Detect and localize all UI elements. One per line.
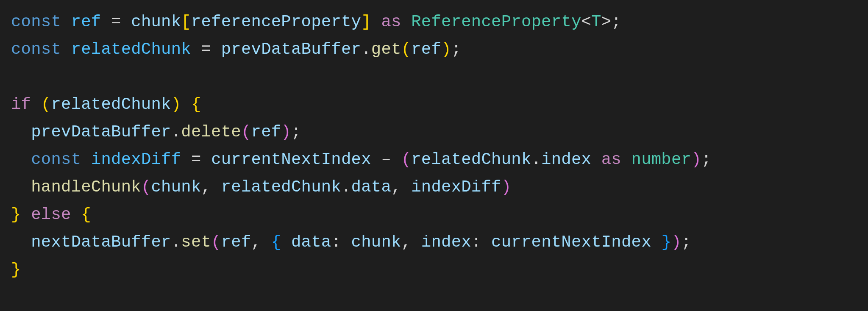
code-token	[401, 13, 412, 31]
code-token: .	[531, 150, 541, 169]
code-token: )	[501, 178, 512, 197]
code-token	[31, 95, 41, 114]
code-token: chunk	[351, 233, 401, 252]
code-token: if	[11, 95, 31, 114]
code-token: ;	[682, 233, 692, 252]
code-line[interactable]: const ref = chunk[referenceProperty] as …	[11, 8, 868, 36]
code-token: nextDataBuffer	[31, 233, 171, 252]
code-token: data	[291, 233, 331, 252]
code-token: )	[441, 40, 451, 59]
code-token: :	[331, 233, 341, 252]
code-token: ref	[221, 233, 251, 252]
code-token	[621, 150, 632, 169]
code-token: as	[601, 150, 621, 169]
code-line[interactable]: const relatedChunk = prevDataBuffer.get(…	[11, 36, 868, 64]
code-token: ref	[251, 123, 281, 142]
code-token: .	[361, 40, 371, 59]
code-token: indexDiff	[91, 150, 181, 169]
code-token	[21, 205, 31, 224]
code-token: <	[581, 13, 592, 31]
code-token	[481, 233, 492, 252]
code-token	[281, 233, 291, 252]
code-token: handleChunk	[31, 178, 141, 197]
code-token: {	[271, 233, 281, 252]
code-token: as	[381, 13, 401, 31]
code-token	[181, 150, 191, 169]
code-line[interactable]	[11, 64, 868, 91]
code-token	[411, 233, 421, 252]
code-token	[201, 150, 211, 169]
code-token: ,	[201, 178, 211, 197]
code-token: ,	[251, 233, 262, 252]
code-token: ;	[291, 123, 301, 142]
code-token: =	[201, 40, 211, 59]
code-line[interactable]: prevDataBuffer.delete(ref);	[11, 119, 868, 146]
indent-whitespace	[11, 150, 31, 169]
code-token: const	[11, 13, 61, 31]
code-token: indexDiff	[411, 178, 501, 197]
code-editor-viewport[interactable]: const ref = chunk[referenceProperty] as …	[0, 0, 868, 284]
code-token: )	[281, 123, 291, 142]
indent-whitespace	[11, 123, 31, 142]
code-token: relatedChunk	[71, 40, 191, 59]
code-token: get	[371, 40, 401, 59]
code-token: ref	[71, 13, 101, 31]
code-token	[81, 150, 91, 169]
code-token: :	[471, 233, 481, 252]
code-token	[61, 13, 71, 31]
code-token: ref	[411, 40, 441, 59]
code-token: relatedChunk	[221, 178, 341, 197]
code-line[interactable]: handleChunk(chunk, relatedChunk.data, in…	[11, 174, 868, 201]
code-token: .	[171, 123, 181, 142]
code-token: }	[11, 261, 21, 279]
code-token: currentNextIndex	[491, 233, 651, 252]
code-token	[211, 40, 221, 59]
code-token: chunk	[151, 178, 201, 197]
code-token: {	[81, 205, 91, 224]
code-token: }	[661, 233, 671, 252]
code-token: ReferenceProperty	[411, 13, 581, 31]
code-token: chunk	[131, 13, 181, 31]
code-token: =	[111, 13, 121, 31]
code-token	[261, 233, 271, 252]
code-token: index	[541, 150, 591, 169]
code-token: index	[421, 233, 471, 252]
code-token: }	[11, 205, 21, 224]
code-token	[181, 95, 191, 114]
code-token: {	[191, 95, 201, 114]
code-token: (	[401, 40, 412, 59]
code-token: const	[11, 40, 61, 59]
code-line[interactable]: const indexDiff = currentNextIndex – (re…	[11, 146, 868, 174]
code-token: currentNextIndex	[211, 150, 371, 169]
code-token	[121, 13, 131, 31]
code-token: ,	[401, 233, 412, 252]
code-token: (	[141, 178, 151, 197]
code-token	[371, 150, 381, 169]
code-token: (	[241, 123, 251, 142]
code-token: )	[671, 233, 682, 252]
code-line[interactable]: }	[11, 256, 868, 284]
code-line[interactable]: if (relatedChunk) {	[11, 91, 868, 119]
code-token: relatedChunk	[411, 150, 531, 169]
code-token	[371, 13, 381, 31]
code-token: ;	[611, 13, 621, 31]
code-line[interactable]: } else {	[11, 201, 868, 229]
code-token: referenceProperty	[191, 13, 361, 31]
code-token: ]	[361, 13, 371, 31]
code-token	[61, 40, 71, 59]
code-token	[401, 178, 412, 197]
code-token	[191, 40, 201, 59]
code-token	[71, 205, 81, 224]
code-token: >	[601, 13, 612, 31]
code-token: .	[171, 233, 181, 252]
code-token: [	[181, 13, 191, 31]
code-token	[391, 150, 401, 169]
code-line[interactable]: nextDataBuffer.set(ref, { data: chunk, i…	[11, 229, 868, 256]
code-token: T	[591, 13, 601, 31]
code-token	[341, 233, 351, 252]
code-token: (	[41, 95, 51, 114]
code-token: )	[171, 95, 181, 114]
code-token: delete	[181, 123, 241, 142]
code-token	[211, 178, 221, 197]
code-token: .	[341, 178, 351, 197]
